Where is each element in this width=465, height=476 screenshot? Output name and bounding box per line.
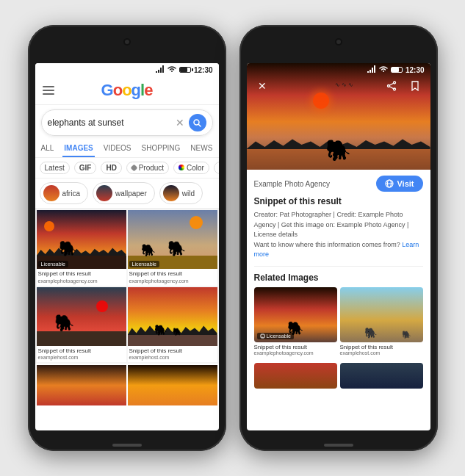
image-cell-2[interactable]: 🐘 🐘 Licensable Snippet of this result ex…: [128, 210, 217, 286]
signal-icon: [156, 65, 165, 74]
image-snippet-4: Snippet of this result: [128, 346, 217, 356]
filter-row: Latest GIF HD Product Color L...: [35, 158, 219, 178]
image-snippet-1: Snippet of this result: [37, 269, 126, 278]
status-bar-1: 12:30: [35, 63, 219, 76]
svg-marker-1: [158, 70, 159, 73]
search-query: elephants at sunset: [48, 118, 176, 128]
time-2: 12:30: [405, 66, 425, 74]
status-bar-2: 12:30: [247, 63, 430, 76]
svg-point-4: [194, 120, 199, 125]
clear-search-icon[interactable]: ✕: [176, 117, 184, 129]
tab-videos[interactable]: VIDEOS: [102, 140, 133, 157]
related-snippet-2: Snippet of this result: [340, 344, 423, 350]
bottom-row: [35, 364, 219, 407]
svg-line-14: [389, 87, 393, 89]
image-source-4: examplehost.com: [128, 355, 217, 362]
phone-2-camera: [335, 38, 342, 46]
filter-gif[interactable]: GIF: [74, 162, 97, 174]
search-pill-wild[interactable]: wild: [159, 182, 203, 204]
tab-all[interactable]: ALL: [40, 140, 56, 157]
image-source-3: examplehost.com: [37, 355, 126, 362]
image-snippet-2: Snippet of this result: [128, 269, 217, 278]
image-grid: 🐘 Licensable Snippet of this result exam…: [35, 209, 219, 364]
google-logo: Google: [101, 81, 153, 100]
search-button[interactable]: [189, 114, 206, 131]
close-button[interactable]: ✕: [254, 78, 270, 94]
related-source-2: examplehost.com: [340, 350, 423, 356]
divider: [254, 266, 423, 267]
tab-images[interactable]: IMAGES: [62, 140, 94, 157]
search-tabs: ALL IMAGES VIDEOS SHOPPING NEWS: [35, 140, 219, 158]
related-images-grid: 🐘 L Licensable Snippet of this result ex…: [254, 287, 423, 357]
filter-hd[interactable]: HD: [101, 162, 121, 174]
agency-name: Example Photo Agency: [254, 180, 330, 188]
image-cell-3[interactable]: 🐘 Snippet of this result examplehost.com: [37, 287, 126, 363]
svg-point-12: [387, 85, 389, 87]
phone-2-screen: 12:30 🐘 ∿ ∿ ∿ ✕: [247, 63, 430, 430]
battery-icon-2: [391, 67, 403, 73]
phone-1: 12:30 Google elephants at sunset ✕: [28, 25, 226, 451]
filter-latest[interactable]: Latest: [40, 162, 70, 174]
svg-marker-9: [374, 65, 375, 73]
color-wheel-icon: [179, 165, 184, 170]
related-image-2[interactable]: 🐘 🐘 Snippet of this result examplehost.c…: [340, 287, 423, 357]
search-bar[interactable]: elephants at sunset ✕: [41, 109, 213, 136]
related-searches: africa wallpaper wild: [35, 178, 219, 209]
svg-marker-3: [162, 65, 164, 73]
phone-2: 12:30 🐘 ∿ ∿ ∿ ✕: [239, 25, 438, 451]
svg-line-13: [389, 83, 393, 85]
image-source-1: examplephotoagency.com: [37, 278, 126, 286]
related-image-1[interactable]: 🐘 L Licensable Snippet of this result ex…: [254, 287, 337, 357]
bookmark-icon[interactable]: [407, 78, 423, 94]
bottom-img-1[interactable]: [37, 365, 126, 405]
licensable-badge-r1: L Licensable: [257, 333, 294, 339]
filter-more[interactable]: L...: [214, 162, 219, 174]
svg-point-11: [393, 88, 395, 90]
licensable-badge-1: Licensable: [38, 261, 68, 267]
related-section-title: Related Images: [254, 273, 423, 283]
menu-icon[interactable]: [43, 86, 54, 95]
wifi-icon-2: [379, 65, 388, 74]
related-snippet-1: Snippet of this result: [254, 344, 337, 350]
filter-color[interactable]: Color: [173, 162, 209, 174]
tab-news[interactable]: NEWS: [189, 140, 214, 157]
share-icon[interactable]: [383, 78, 400, 94]
search-pill-wallpaper[interactable]: wallpaper: [93, 182, 155, 204]
svg-point-10: [393, 82, 395, 84]
wifi-icon: [167, 65, 176, 74]
image-cell-4[interactable]: 🐘 🐘 Snippet of this result examplehost.c…: [128, 287, 217, 363]
svg-marker-6: [367, 71, 369, 73]
related-source-1: examplephotoagency.com: [254, 350, 337, 356]
signal-icon-2: [367, 65, 376, 74]
svg-marker-8: [372, 68, 373, 73]
diamond-icon: [130, 165, 137, 172]
image-snippet-3: Snippet of this result: [37, 346, 126, 356]
agency-row: Example Photo Agency Visit: [254, 176, 423, 192]
licensable-badge-2: Licensable: [129, 261, 159, 267]
svg-marker-7: [370, 70, 371, 73]
snippet-title: Snippet of this result: [254, 196, 423, 206]
phone-1-camera: [123, 38, 131, 46]
filter-product[interactable]: Product: [126, 162, 169, 174]
phone-2-home: [324, 444, 353, 447]
phone-1-home: [112, 444, 142, 447]
time-1: 12:30: [194, 66, 213, 74]
visit-button[interactable]: Visit: [376, 176, 422, 192]
phone-1-screen: 12:30 Google elephants at sunset ✕: [35, 63, 219, 430]
snippet-meta: Creator: Pat Photographer | Credit: Exam…: [254, 210, 423, 260]
svg-line-5: [199, 124, 201, 126]
battery-icon-1: [179, 67, 191, 73]
google-header: Google: [35, 76, 219, 105]
svg-marker-0: [156, 71, 157, 73]
detail-header: ✕: [247, 73, 430, 98]
tab-shopping[interactable]: SHOPPING: [140, 140, 182, 157]
svg-marker-2: [160, 68, 162, 73]
search-pill-africa[interactable]: africa: [40, 182, 88, 204]
hero-elephant-icon: 🐘: [325, 138, 351, 162]
image-cell-1[interactable]: 🐘 Licensable Snippet of this result exam…: [37, 210, 126, 286]
detail-body: Example Photo Agency Visit Snippet of th…: [247, 170, 430, 394]
image-source-2: examplephotoagency.com: [128, 278, 217, 286]
bottom-img-2[interactable]: [128, 365, 217, 405]
